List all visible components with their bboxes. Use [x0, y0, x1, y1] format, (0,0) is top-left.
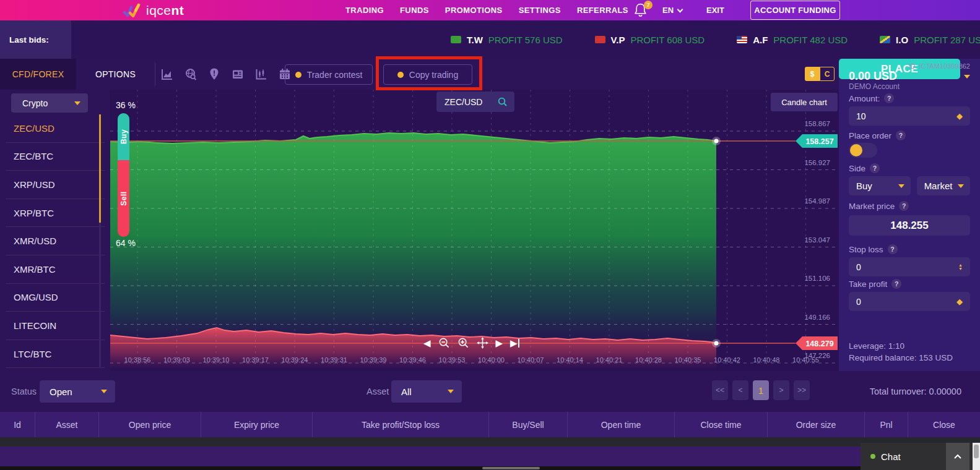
- column-header-close-time[interactable]: Close time: [675, 412, 768, 437]
- go-to-end-button[interactable]: ▶: [510, 338, 519, 348]
- diamond-spinner-icon[interactable]: ◆: [956, 297, 963, 306]
- sidebar-item-xmr-btc[interactable]: XMR/BTC: [6, 255, 105, 284]
- nav-promotions[interactable]: PROMOTIONS: [445, 6, 503, 15]
- chat-open-button[interactable]: Chat: [861, 443, 946, 470]
- buy-percent-label: 36 %: [116, 100, 136, 110]
- place-order-toggle[interactable]: [849, 143, 877, 158]
- column-header-take-profit-stop-loss[interactable]: Take profit/Stop loss: [313, 412, 489, 437]
- nav-trading[interactable]: TRADING: [345, 6, 384, 15]
- diamond-spinner-icon[interactable]: ◆: [956, 111, 963, 121]
- sidebar-item-zec-btc[interactable]: ZEC/BTC: [6, 143, 105, 171]
- nav-funds[interactable]: FUNDS: [400, 6, 429, 15]
- help-icon[interactable]: ?: [888, 244, 898, 254]
- column-header-expiry-price[interactable]: Expiry price: [201, 412, 313, 437]
- chevron-down-icon: [448, 390, 454, 393]
- page-button[interactable]: >: [773, 380, 789, 400]
- column-header-order-size[interactable]: Order size: [768, 412, 865, 437]
- column-header-open-time[interactable]: Open time: [568, 412, 675, 437]
- page-button[interactable]: <: [732, 380, 748, 400]
- sidebar-item-zec-usd[interactable]: ZEC/USD: [6, 114, 105, 143]
- alert-pin-icon[interactable]: [207, 67, 221, 81]
- copy-trading-button[interactable]: Copy trading: [383, 64, 472, 85]
- cents-toggle[interactable]: C: [820, 67, 835, 81]
- horizontal-scrollbar[interactable]: [0, 466, 980, 470]
- scrollbar-thumb[interactable]: [99, 114, 101, 223]
- sidebar-item-omg-usd[interactable]: OMG/USD: [6, 284, 105, 312]
- sidebar-item-xrp-btc[interactable]: XRP/BTC: [6, 199, 105, 228]
- sidebar-item-xmr-usd[interactable]: XMR/USD: [6, 227, 105, 255]
- scrollbar-thumb[interactable]: [974, 445, 979, 458]
- country-flag-icon: [451, 36, 461, 43]
- column-header-id[interactable]: Id: [0, 412, 35, 437]
- chat-expand-button[interactable]: [946, 443, 969, 470]
- trader-contest-button[interactable]: Trader contest: [285, 64, 373, 85]
- symbol-search[interactable]: ZEC/USD: [436, 92, 514, 112]
- pan-left-button[interactable]: ◀: [423, 338, 431, 348]
- sidebar-item-litecoin[interactable]: LITECOIN: [6, 312, 105, 340]
- orders-table-header: IdAssetOpen priceExpiry priceTake profit…: [0, 412, 980, 437]
- asset-select[interactable]: All: [391, 380, 462, 403]
- page-button[interactable]: 1: [753, 380, 769, 400]
- amount-value: 10: [856, 111, 866, 121]
- candlestick-chart-icon[interactable]: [254, 67, 268, 81]
- help-icon[interactable]: ?: [891, 279, 901, 289]
- nav-referrals[interactable]: REFERRALS: [577, 6, 628, 15]
- pan-move-button[interactable]: [477, 337, 488, 349]
- category-dropdown[interactable]: Crypto: [11, 93, 88, 113]
- logo[interactable]: iqcent: [123, 1, 184, 20]
- zoom-in-button[interactable]: [457, 337, 469, 349]
- total-turnover: Total turnover: 0.00000: [870, 371, 961, 412]
- stop-loss-input[interactable]: 0 ▲▼: [849, 257, 970, 276]
- sidebar-item-xrp-usd[interactable]: XRP/USD: [6, 171, 105, 199]
- price-chart[interactable]: 10:38:5610:39:0310:39:1010:39:1710:39:24…: [110, 90, 839, 371]
- help-icon[interactable]: ?: [870, 163, 880, 173]
- balance-selector[interactable]: 0.00 USD: [849, 70, 970, 83]
- tab-cfd-forex[interactable]: CFD/FOREX: [0, 59, 76, 90]
- pan-right-button[interactable]: ▶: [496, 338, 503, 348]
- help-icon[interactable]: ?: [896, 130, 906, 140]
- column-header-close[interactable]: Close: [908, 412, 980, 437]
- candle-chart-button[interactable]: Candle chart: [771, 93, 838, 111]
- scrollbar-thumb[interactable]: [482, 467, 540, 469]
- logo-text: iqcent: [146, 3, 184, 18]
- globe-news-icon[interactable]: [184, 67, 197, 81]
- area-chart-icon[interactable]: [160, 67, 174, 81]
- side-row: Buy Market: [849, 176, 970, 195]
- spinner-icon[interactable]: ▲▼: [958, 263, 963, 271]
- bidder-initials: I.O: [896, 35, 908, 45]
- required-balance-info: Required balance: 153 USD: [849, 353, 970, 362]
- status-select[interactable]: Open: [40, 380, 115, 403]
- page-button[interactable]: >>: [794, 380, 810, 400]
- svg-text:10:40:21: 10:40:21: [596, 356, 623, 364]
- place-order-label-row: Place order ?: [849, 130, 970, 140]
- side-select[interactable]: Buy: [849, 176, 911, 195]
- column-header-open-price[interactable]: Open price: [99, 412, 201, 437]
- zoom-out-button[interactable]: [438, 337, 450, 349]
- help-icon[interactable]: ?: [899, 201, 909, 211]
- help-icon[interactable]: ?: [884, 93, 894, 103]
- sidebar-item-ltc-btc[interactable]: LTC/BTC: [6, 340, 105, 369]
- chat-label: Chat: [881, 451, 901, 462]
- currency-display-toggle[interactable]: $ C: [805, 67, 835, 81]
- stop-loss-label: Stop loss: [849, 245, 883, 254]
- column-header-pnl[interactable]: Pnl: [865, 412, 908, 437]
- language-selector[interactable]: EN: [662, 0, 682, 20]
- status-label: Status: [11, 371, 37, 412]
- nav-settings[interactable]: SETTINGS: [519, 6, 561, 15]
- dollar-toggle[interactable]: $: [805, 67, 820, 81]
- tab-options[interactable]: OPTIONS: [76, 59, 155, 90]
- page-button[interactable]: <<: [712, 380, 728, 400]
- notifications-bell[interactable]: 7: [634, 2, 650, 19]
- take-profit-value: 0: [856, 297, 861, 307]
- account-funding-button[interactable]: ACCOUNT FUNDING: [750, 1, 840, 20]
- news-icon[interactable]: [231, 67, 245, 81]
- column-header-buy-sell[interactable]: Buy/Sell: [489, 412, 568, 437]
- take-profit-input[interactable]: 0 ◆: [849, 292, 970, 311]
- vertical-scrollbar[interactable]: [973, 443, 980, 470]
- sidebar-scrollbar[interactable]: [99, 114, 101, 368]
- column-header-asset[interactable]: Asset: [35, 412, 99, 437]
- bid-profit: PROFIT 576 USD: [488, 35, 563, 45]
- amount-input[interactable]: 10 ◆: [849, 106, 970, 126]
- order-type-select[interactable]: Market: [917, 176, 970, 195]
- exit-link[interactable]: EXIT: [706, 0, 724, 20]
